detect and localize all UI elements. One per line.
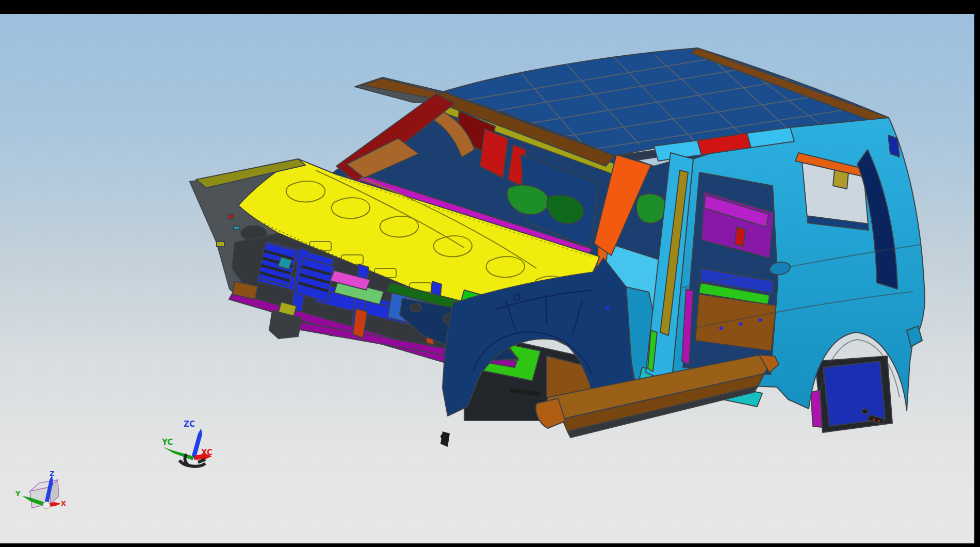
abs-x-label: X [61, 500, 66, 507]
liftgate-blue-sliver[interactable] [888, 135, 900, 157]
abs-origin-ball[interactable] [43, 502, 50, 509]
wcs-triad[interactable]: ZC YC XC [161, 420, 213, 466]
rear-red-sliver[interactable] [735, 227, 745, 247]
corner-red-clip[interactable] [228, 214, 233, 219]
car-body-model[interactable] [190, 48, 925, 447]
wcs-z-label: ZC [184, 420, 195, 429]
letterbox-bar-bottom [0, 543, 980, 547]
absolute-triad[interactable]: Z Y X [15, 470, 66, 509]
wcs-y-label: YC [161, 438, 173, 447]
debris-bolt[interactable] [862, 409, 868, 414]
abs-z-label: Z [50, 470, 54, 477]
letterbox-bar-top [0, 0, 980, 14]
wcs-y-axis[interactable] [163, 447, 193, 460]
application-window: ZC YC XC Z Y X [0, 0, 980, 547]
graphics-viewport[interactable]: ZC YC XC Z Y X [0, 0, 980, 547]
corner-olive-clip[interactable] [217, 242, 224, 247]
frame-horn-hole-1 [410, 303, 421, 312]
wcs-x-label: XC [201, 448, 213, 457]
corner-teal-clip[interactable] [233, 226, 240, 230]
rear-arch-magenta-sliver[interactable] [811, 390, 822, 427]
second-row-seat[interactable] [636, 194, 666, 223]
abs-y-label: Y [15, 490, 21, 497]
letterbox-bar-right [974, 0, 980, 547]
